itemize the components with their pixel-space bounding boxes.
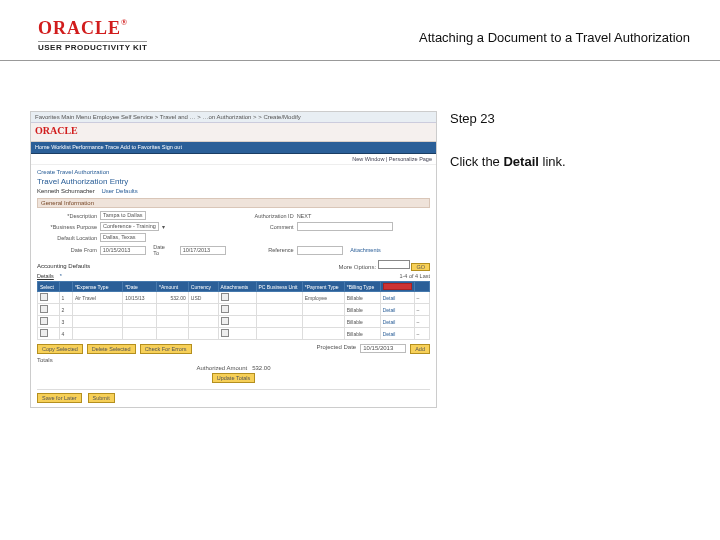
tab-details[interactable]: Details: [37, 273, 54, 279]
cell-pay[interactable]: [302, 328, 344, 340]
cell-end[interactable]: –: [414, 292, 429, 304]
cell-pay[interactable]: [302, 316, 344, 328]
cell-pay[interactable]: [302, 304, 344, 316]
more-select[interactable]: [378, 260, 410, 269]
cell-detail[interactable]: Detail: [380, 328, 414, 340]
cell-expense[interactable]: [72, 328, 122, 340]
cell-date[interactable]: [123, 328, 157, 340]
accounting-row: Accounting Defaults More Options: GO: [37, 260, 430, 271]
attach-icon[interactable]: [221, 305, 229, 313]
step-label: Step 23: [450, 111, 700, 126]
th-action: [380, 282, 414, 292]
instr-prefix: Click the: [450, 154, 503, 169]
attach-icon[interactable]: [221, 329, 229, 337]
submit-button[interactable]: Submit: [88, 393, 115, 403]
cell-amount[interactable]: [157, 316, 189, 328]
to-label: Date To: [153, 244, 172, 256]
attachments-link[interactable]: Attachments: [350, 247, 381, 253]
biz-select[interactable]: Conference - Training: [100, 222, 159, 231]
cell-select[interactable]: [38, 316, 60, 328]
cell-detail[interactable]: Detail: [380, 304, 414, 316]
checkbox-icon[interactable]: [40, 317, 48, 325]
proj-date-input[interactable]: 10/15/2013: [360, 344, 406, 353]
breadcrumb-toolbar: Favorites Main Menu Employee Self Servic…: [31, 112, 436, 123]
cell-attach[interactable]: [218, 316, 256, 328]
cell-detail[interactable]: Detail: [380, 292, 414, 304]
attach-icon[interactable]: [221, 293, 229, 301]
cell-bill[interactable]: Billable: [344, 328, 380, 340]
oracle-logo: ORACLE®: [38, 18, 147, 39]
cell-currency: [188, 316, 218, 328]
to-input[interactable]: 10/17/2013: [180, 246, 226, 255]
cell-pcbu[interactable]: [256, 328, 302, 340]
cell-select[interactable]: [38, 328, 60, 340]
attach-icon[interactable]: [221, 317, 229, 325]
from-input[interactable]: 10/15/2013: [100, 246, 146, 255]
cell-amount[interactable]: [157, 328, 189, 340]
cell-pay[interactable]: Employee: [302, 292, 344, 304]
app-brand-logo: ORACLE: [35, 125, 78, 136]
accounting-defaults-link[interactable]: Accounting Defaults: [37, 263, 90, 269]
table-header-row: Select *Expense Type *Date *Amount Curre…: [38, 282, 430, 292]
th-select: Select: [38, 282, 60, 292]
save-button[interactable]: Save for Later: [37, 393, 82, 403]
cell-bill[interactable]: Billable: [344, 292, 380, 304]
cell-date[interactable]: 10/15/13: [123, 292, 157, 304]
page-heading: Travel Authorization Entry: [37, 177, 430, 186]
cell-end[interactable]: –: [414, 316, 429, 328]
pager-text: 1-4 of 4 Last: [399, 273, 430, 279]
cell-end[interactable]: –: [414, 304, 429, 316]
delete-button[interactable]: Delete Selected: [87, 344, 136, 354]
cell-select[interactable]: [38, 292, 60, 304]
cell-bill[interactable]: Billable: [344, 304, 380, 316]
cell-amount[interactable]: [157, 304, 189, 316]
table-row: 2BillableDetail–: [38, 304, 430, 316]
add-button[interactable]: Add: [410, 344, 430, 354]
checkbox-icon[interactable]: [40, 305, 48, 313]
comment-input[interactable]: [297, 222, 393, 231]
cell-amount[interactable]: 532.00: [157, 292, 189, 304]
row-buttons: Copy Selected Delete Selected Check For …: [37, 344, 430, 354]
user-line: Kenneth Schumacher User Defaults: [37, 188, 430, 194]
cell-bill[interactable]: Billable: [344, 316, 380, 328]
logo-text: ORACLE: [38, 18, 121, 38]
detail-highlight[interactable]: [383, 283, 412, 290]
cell-pcbu[interactable]: [256, 304, 302, 316]
cell-expense[interactable]: Air Travel: [72, 292, 122, 304]
cell-attach[interactable]: [218, 328, 256, 340]
app-top-nav: Home Worklist Performance Trace Add to F…: [31, 142, 436, 154]
user-defaults-link[interactable]: User Defaults: [101, 188, 137, 194]
registered-mark: ®: [121, 18, 128, 27]
table-row: 4BillableDetail–: [38, 328, 430, 340]
cell-select[interactable]: [38, 304, 60, 316]
document-header: ORACLE® USER PRODUCTIVITY KIT Attaching …: [0, 0, 720, 61]
th-date: *Date: [123, 282, 157, 292]
application-screenshot: Favorites Main Menu Employee Self Servic…: [30, 111, 437, 408]
cell-attach[interactable]: [218, 304, 256, 316]
cell-detail[interactable]: Detail: [380, 316, 414, 328]
totals-label: Totals: [37, 357, 430, 363]
loc-input[interactable]: Dallas, Texas: [100, 233, 146, 242]
cell-expense[interactable]: [72, 316, 122, 328]
ref-input[interactable]: [297, 246, 343, 255]
copy-button[interactable]: Copy Selected: [37, 344, 83, 354]
cell-pcbu[interactable]: [256, 316, 302, 328]
cell-attach[interactable]: [218, 292, 256, 304]
tab-star[interactable]: *: [60, 273, 62, 279]
th-blank: [59, 282, 72, 292]
biz-label: *Business Purpose: [37, 224, 97, 230]
cell-expense[interactable]: [72, 304, 122, 316]
cell-end[interactable]: –: [414, 328, 429, 340]
go-button[interactable]: GO: [411, 263, 430, 271]
cell-pcbu[interactable]: [256, 292, 302, 304]
checkbox-icon[interactable]: [40, 329, 48, 337]
update-totals-button[interactable]: Update Totals: [212, 373, 256, 383]
checkbox-icon[interactable]: [40, 293, 48, 301]
cell-date[interactable]: [123, 316, 157, 328]
check-button[interactable]: Check For Errors: [140, 344, 192, 354]
expense-table: Select *Expense Type *Date *Amount Curre…: [37, 281, 430, 340]
page-title: Attaching a Document to a Travel Authori…: [419, 30, 690, 45]
cell-date[interactable]: [123, 304, 157, 316]
desc-input[interactable]: Tampa to Dallas: [100, 211, 146, 220]
th-end: [414, 282, 429, 292]
